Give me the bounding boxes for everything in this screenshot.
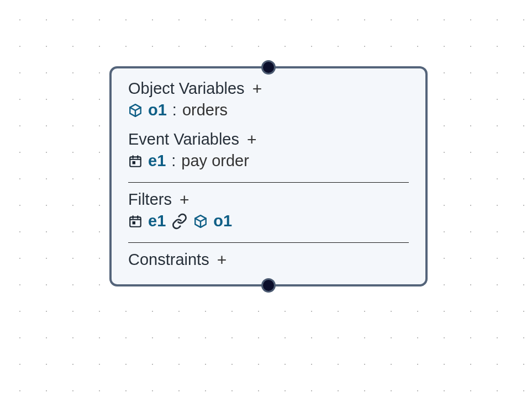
section-header-filters: Filters + bbox=[128, 190, 409, 209]
filter-left-name: e1 bbox=[148, 212, 166, 230]
add-object-variable-button[interactable]: + bbox=[252, 81, 262, 97]
diagram-canvas[interactable]: Object Variables + o1: orders Event Vari… bbox=[0, 0, 532, 414]
filter-right-name: o1 bbox=[213, 212, 232, 230]
object-variable-value: orders bbox=[182, 101, 228, 119]
node-card[interactable]: Object Variables + o1: orders Event Vari… bbox=[109, 66, 428, 286]
svg-rect-4 bbox=[133, 161, 135, 164]
link-icon bbox=[171, 213, 188, 230]
add-constraint-button[interactable]: + bbox=[217, 252, 227, 268]
divider bbox=[128, 242, 409, 243]
section-title: Filters bbox=[128, 190, 172, 209]
cube-icon bbox=[128, 103, 143, 118]
add-event-variable-button[interactable]: + bbox=[247, 131, 257, 148]
filter-row[interactable]: e1 o1 bbox=[128, 212, 409, 230]
object-variable-row[interactable]: o1: orders bbox=[128, 101, 409, 119]
add-filter-button[interactable]: + bbox=[180, 192, 189, 208]
event-variable-name: e1 bbox=[148, 152, 166, 170]
separator: : bbox=[172, 101, 177, 119]
event-variable-value: pay order bbox=[181, 152, 249, 170]
object-variable-name: o1 bbox=[148, 101, 167, 119]
cube-icon bbox=[193, 214, 208, 229]
port-top[interactable] bbox=[261, 60, 276, 75]
separator: : bbox=[171, 152, 176, 170]
section-title: Object Variables bbox=[128, 79, 245, 98]
event-variable-row[interactable]: e1: pay order bbox=[128, 152, 409, 170]
port-bottom[interactable] bbox=[261, 278, 276, 293]
section-header-event-variables: Event Variables + bbox=[128, 130, 409, 148]
section-title: Constraints bbox=[128, 251, 209, 269]
calendar-icon bbox=[128, 214, 143, 229]
calendar-icon bbox=[128, 154, 143, 168]
section-title: Event Variables bbox=[128, 130, 239, 148]
divider bbox=[128, 182, 409, 183]
section-header-object-variables: Object Variables + bbox=[128, 79, 409, 98]
svg-rect-9 bbox=[133, 221, 135, 224]
section-header-constraints: Constraints + bbox=[128, 251, 409, 269]
